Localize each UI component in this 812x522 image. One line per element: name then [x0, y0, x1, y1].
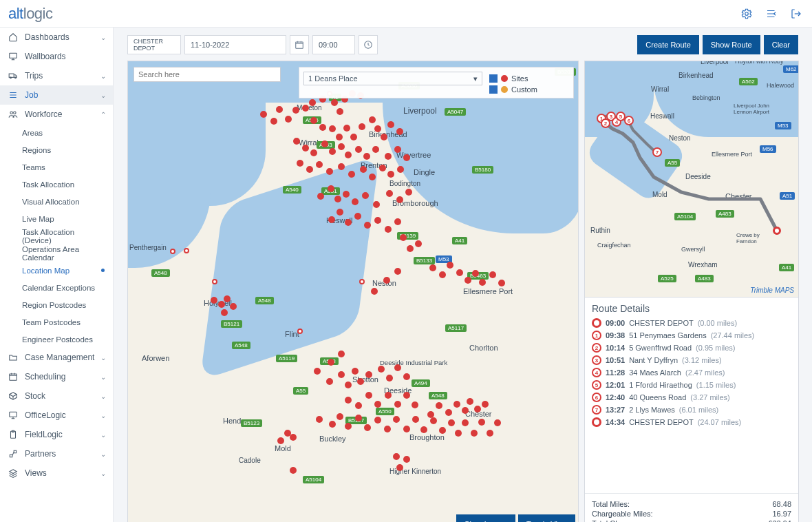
- site-marker[interactable]: [494, 419, 501, 426]
- site-marker[interactable]: [359, 123, 365, 130]
- site-marker[interactable]: [329, 148, 336, 155]
- site-marker[interactable]: [467, 398, 473, 405]
- collapse-icon[interactable]: [764, 6, 779, 21]
- nav-fieldlogic[interactable]: FieldLogic⌄: [0, 425, 113, 444]
- site-marker[interactable]: [400, 234, 407, 241]
- site-marker[interactable]: [345, 397, 352, 404]
- route-stop[interactable]: 14:34 CHESTER DEPOT (24.07 miles): [592, 416, 791, 428]
- sub-calendar-exceptions[interactable]: Calendar Exceptions: [0, 279, 113, 296]
- site-marker[interactable]: [336, 209, 343, 216]
- site-marker[interactable]: [430, 417, 437, 424]
- toggle-view-button[interactable]: Toggle View: [518, 514, 575, 522]
- site-marker[interactable]: [373, 201, 380, 208]
- site-marker[interactable]: [386, 190, 393, 197]
- nav-job[interactable]: Job⌄: [0, 85, 113, 105]
- site-marker[interactable]: [170, 249, 175, 254]
- site-marker[interactable]: [415, 240, 422, 247]
- site-marker[interactable]: [329, 125, 336, 132]
- site-marker[interactable]: [336, 108, 343, 115]
- site-marker[interactable]: [405, 189, 412, 196]
- site-marker[interactable]: [448, 419, 455, 426]
- site-marker[interactable]: [316, 161, 323, 168]
- sites-checkbox[interactable]: [489, 74, 498, 83]
- site-marker[interactable]: [412, 416, 419, 423]
- custom-checkbox[interactable]: [489, 85, 498, 94]
- sub-engineer-postcodes[interactable]: Engineer Postcodes: [0, 331, 113, 348]
- site-marker[interactable]: [284, 430, 291, 437]
- site-marker[interactable]: [364, 222, 371, 229]
- site-marker[interactable]: [270, 118, 277, 125]
- sub-regions[interactable]: Regions: [0, 141, 113, 158]
- nav-officelogic[interactable]: OfficeLogic⌄: [0, 406, 113, 425]
- site-marker[interactable]: [309, 99, 316, 106]
- site-marker[interactable]: [489, 271, 496, 278]
- show-route-button[interactable]: Show Route: [703, 35, 760, 54]
- site-marker[interactable]: [348, 171, 355, 178]
- site-marker[interactable]: [478, 419, 485, 426]
- site-marker[interactable]: [369, 174, 376, 180]
- site-marker[interactable]: [472, 270, 479, 277]
- site-marker[interactable]: [396, 196, 403, 203]
- site-marker[interactable]: [436, 402, 442, 409]
- site-marker[interactable]: [355, 146, 362, 153]
- site-marker[interactable]: [383, 277, 390, 284]
- site-marker[interactable]: [364, 424, 371, 431]
- site-marker[interactable]: [211, 297, 217, 304]
- main-map[interactable]: Liverpool Birkenhead Wirral Prenton Wave…: [127, 61, 579, 522]
- nav-dashboards[interactable]: Dashboards⌄: [0, 28, 113, 47]
- site-marker[interactable]: [338, 163, 345, 170]
- route-stop[interactable]: 512:01 1 Ffordd Hiraethog (1.15 miles): [592, 379, 791, 391]
- site-marker[interactable]: [374, 401, 381, 408]
- site-marker[interactable]: [338, 143, 345, 150]
- sub-areas[interactable]: Areas: [0, 124, 113, 141]
- site-marker[interactable]: [365, 392, 372, 399]
- site-marker[interactable]: [378, 366, 385, 373]
- sub-operations-area-calendar[interactable]: Operations Area Calendar: [0, 244, 113, 262]
- logout-icon[interactable]: [789, 6, 804, 21]
- create-route-button[interactable]: Create Route: [637, 35, 698, 54]
- site-marker[interactable]: [212, 279, 217, 284]
- route-stop[interactable]: 310:51 Nant Y Dyffryn (3.12 miles): [592, 354, 791, 366]
- site-marker[interactable]: [297, 328, 303, 334]
- site-marker[interactable]: [403, 154, 410, 161]
- map-search-input[interactable]: [133, 67, 281, 82]
- site-marker[interactable]: [385, 226, 392, 233]
- site-marker[interactable]: [498, 280, 505, 286]
- route-stop[interactable]: 713:27 2 Llys Mawes (6.01 miles): [592, 404, 791, 416]
- nav-wallboards[interactable]: Wallboards: [0, 47, 113, 66]
- route-stop[interactable]: 411:28 34 Maes Alarch (2.47 miles): [592, 366, 791, 379]
- site-marker[interactable]: [355, 402, 362, 409]
- site-marker[interactable]: [285, 116, 292, 123]
- site-marker[interactable]: [386, 375, 393, 382]
- site-marker[interactable]: [474, 406, 481, 413]
- site-marker[interactable]: [338, 351, 345, 357]
- sub-task-allocation[interactable]: Task Allocation: [0, 176, 113, 193]
- site-marker[interactable]: [371, 288, 378, 295]
- site-marker[interactable]: [393, 453, 400, 460]
- legend-select[interactable]: 1 Deans Place▾: [303, 72, 482, 85]
- clock-button[interactable]: [359, 35, 378, 54]
- site-marker[interactable]: [374, 125, 381, 132]
- site-marker[interactable]: [374, 417, 381, 424]
- site-marker[interactable]: [319, 124, 326, 131]
- site-marker[interactable]: [384, 426, 391, 432]
- site-marker[interactable]: [292, 107, 299, 114]
- depot-select[interactable]: CHESTER DEPOT: [127, 35, 181, 54]
- site-marker[interactable]: [343, 125, 350, 132]
- clear-layers-button[interactable]: Clear Layers: [456, 514, 515, 522]
- site-marker[interactable]: [317, 193, 324, 200]
- site-marker[interactable]: [290, 434, 297, 441]
- site-marker[interactable]: [447, 262, 453, 269]
- site-marker[interactable]: [316, 416, 323, 423]
- site-marker[interactable]: [396, 464, 403, 471]
- site-marker[interactable]: [462, 419, 469, 426]
- site-marker[interactable]: [302, 145, 309, 152]
- sub-team-postcodes[interactable]: Team Postcodes: [0, 313, 113, 331]
- site-marker[interactable]: [471, 430, 478, 437]
- site-marker[interactable]: [230, 303, 237, 310]
- route-stop[interactable]: 210:14 5 Gwenffrwd Road (0.95 miles): [592, 342, 791, 354]
- site-marker[interactable]: [464, 277, 471, 284]
- site-marker[interactable]: [403, 373, 410, 380]
- time-input[interactable]: 09:00: [312, 35, 355, 54]
- nav-workforce[interactable]: Workforce⌃: [0, 105, 113, 124]
